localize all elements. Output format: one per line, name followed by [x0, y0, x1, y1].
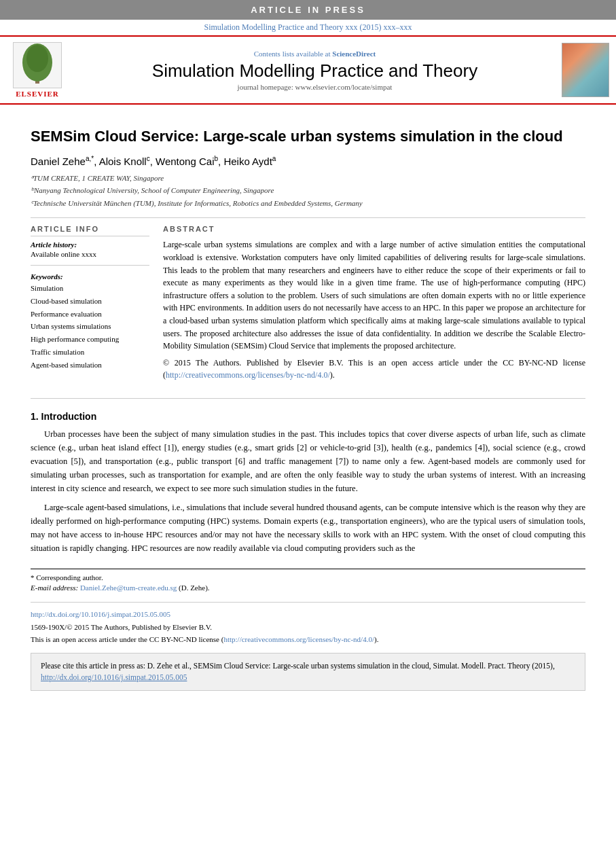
keyword-2: Cloud-based simulation	[31, 295, 149, 308]
oa-license-link[interactable]: http://creativecommons.org/licenses/by-n…	[223, 635, 374, 643]
journal-info-center: Contents lists available at ScienceDirec…	[75, 50, 555, 91]
history-value: Available online xxxx	[31, 250, 149, 258]
journal-cover-thumbnail	[562, 43, 609, 97]
author4-sup: a	[272, 155, 276, 162]
affiliation-c: ᶜTechnische Universität München (TUM), I…	[31, 198, 585, 210]
sciencedirect-link-text[interactable]: ScienceDirect	[332, 50, 376, 58]
keyword-1: Simulation	[31, 282, 149, 295]
author3-name: Wentong Cai	[156, 156, 214, 167]
author2-name: Alois Knoll	[99, 156, 147, 167]
abstract-copyright: © 2015 The Authors. Published by Elsevie…	[163, 357, 585, 382]
elsevier-tree-logo	[13, 42, 62, 88]
authors-line: Daniel Zehea,*, Alois Knollc, Wentong Ca…	[31, 155, 585, 167]
keyword-5: High performance computing	[31, 333, 149, 346]
introduction-title: 1. Introduction	[31, 411, 585, 422]
sciencedirect-label: Contents lists available at ScienceDirec…	[75, 50, 555, 58]
svg-point-3	[26, 45, 48, 72]
author4-name: Heiko Aydt	[223, 156, 272, 167]
footnote-area: * Corresponding author. E-mail address: …	[31, 569, 585, 592]
doi-link-line: http://dx.doi.org/10.1016/j.simpat.2015.…	[31, 608, 585, 621]
affiliations: ᵃTUM CREATE, 1 CREATE WAY, Singapore ᵇNa…	[31, 173, 585, 210]
journal-title: Simulation Modelling Practice and Theory	[75, 60, 555, 82]
cc-license-link[interactable]: http://creativecommons.org/licenses/by-n…	[166, 370, 330, 380]
affiliation-a: ᵃTUM CREATE, 1 CREATE WAY, Singapore	[31, 173, 585, 185]
header-divider	[31, 217, 585, 218]
article-in-press-banner: ARTICLE IN PRESS	[0, 0, 616, 20]
abstract-header: ABSTRACT	[163, 225, 585, 233]
open-access-line: This is an open access article under the…	[31, 633, 585, 646]
affiliation-b: ᵇNanyang Technological University, Schoo…	[31, 185, 585, 197]
keyword-3: Performance evaluation	[31, 308, 149, 321]
article-title: SEMSim Cloud Service: Large-scale urban …	[31, 127, 585, 147]
citation-box: Please cite this article in press as: D.…	[31, 653, 585, 692]
keyword-6: Traffic simulation	[31, 346, 149, 359]
elsevier-brand-text: ELSEVIER	[16, 90, 59, 98]
info-divider	[31, 265, 149, 266]
section-divider	[31, 398, 585, 399]
article-info-column: ARTICLE INFO Article history: Available …	[31, 225, 149, 386]
author2-sup: c	[147, 155, 150, 162]
keywords-list: Simulation Cloud-based simulation Perfor…	[31, 282, 149, 371]
abstract-paragraph: Large-scale urban systems simulations ar…	[163, 238, 585, 352]
history-label: Article history:	[31, 240, 149, 249]
main-content: SEMSim Cloud Service: Large-scale urban …	[0, 105, 616, 701]
keyword-4: Urban systems simulations	[31, 320, 149, 333]
email-link[interactable]: Daniel.Zehe@tum-create.edu.sg	[80, 584, 177, 592]
journal-header: ELSEVIER Contents lists available at Sci…	[0, 35, 616, 105]
corresponding-author-note: * Corresponding author.	[31, 573, 585, 581]
issn-line: 1569-190X/© 2015 The Authors, Published …	[31, 621, 585, 634]
abstract-column: ABSTRACT Large-scale urban systems simul…	[163, 225, 585, 386]
article-info-abstract: ARTICLE INFO Article history: Available …	[31, 225, 585, 386]
introduction-body: Urban processes have been the subject of…	[31, 427, 585, 555]
journal-homepage: journal homepage: www.elsevier.com/locat…	[75, 83, 555, 91]
keyword-7: Agent-based simulation	[31, 359, 149, 372]
journal-series-link[interactable]: Simulation Modelling Practice and Theory…	[0, 20, 616, 35]
intro-para-2: Large-scale agent-based simulations, i.e…	[31, 501, 585, 555]
doi-area: http://dx.doi.org/10.1016/j.simpat.2015.…	[31, 602, 585, 646]
keywords-label: Keywords:	[31, 272, 149, 281]
email-note: E-mail address: Daniel.Zehe@tum-create.e…	[31, 584, 585, 592]
author3-sup: b	[214, 155, 218, 162]
abstract-text: Large-scale urban systems simulations ar…	[163, 238, 585, 382]
intro-para-1: Urban processes have been the subject of…	[31, 427, 585, 495]
citation-doi-link[interactable]: http://dx.doi.org/10.1016/j.simpat.2015.…	[41, 673, 187, 681]
article-info-header: ARTICLE INFO	[31, 225, 149, 236]
elsevier-logo: ELSEVIER	[7, 42, 68, 98]
author1-sup: a,*	[86, 155, 94, 162]
author1-name: Daniel Zehe	[31, 156, 86, 167]
doi-hyperlink[interactable]: http://dx.doi.org/10.1016/j.simpat.2015.…	[31, 610, 170, 618]
